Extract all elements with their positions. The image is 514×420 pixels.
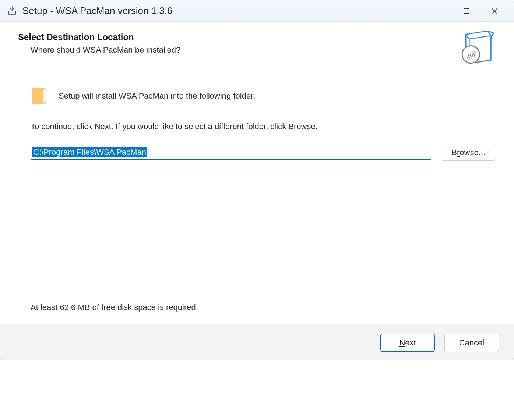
instruction-text: To continue, click Next. If you would li… <box>31 122 496 131</box>
footer: Next Cancel <box>0 325 514 360</box>
window-title: Setup - WSA PacMan version 1.3.6 <box>22 5 430 17</box>
disk-space-text: At least 62.6 MB of free disk space is r… <box>31 303 496 317</box>
next-button[interactable]: Next <box>380 334 435 352</box>
path-row: C:\Program Files\WSA PacMan Browse... <box>31 145 496 161</box>
setup-window: Setup - WSA PacMan version 1.3.6 Select … <box>0 0 514 360</box>
header-text: Select Destination Location Where should… <box>18 32 459 55</box>
close-button[interactable] <box>486 4 503 18</box>
box-disc-icon: ((o)) <box>459 28 496 65</box>
cancel-button[interactable]: Cancel <box>444 334 499 352</box>
page-subtitle: Where should WSA PacMan be installed? <box>31 45 459 55</box>
content-area: Select Destination Location Where should… <box>0 22 514 325</box>
install-intro-text: Setup will install WSA PacMan into the f… <box>59 91 255 101</box>
minimize-button[interactable] <box>430 4 447 18</box>
header-row: Select Destination Location Where should… <box>18 32 496 65</box>
maximize-button[interactable] <box>458 4 475 18</box>
window-controls <box>430 4 511 18</box>
body-section: Setup will install WSA PacMan into the f… <box>18 86 496 317</box>
folder-row: Setup will install WSA PacMan into the f… <box>31 86 496 106</box>
app-icon <box>7 6 17 16</box>
path-text: C:\Program Files\WSA PacMan <box>32 147 147 157</box>
folder-icon <box>31 86 47 106</box>
page-title: Select Destination Location <box>18 32 459 42</box>
svg-rect-1 <box>464 8 469 14</box>
destination-path-input[interactable]: C:\Program Files\WSA PacMan <box>31 145 431 160</box>
browse-button[interactable]: Browse... <box>441 145 496 161</box>
titlebar: Setup - WSA PacMan version 1.3.6 <box>0 0 514 22</box>
